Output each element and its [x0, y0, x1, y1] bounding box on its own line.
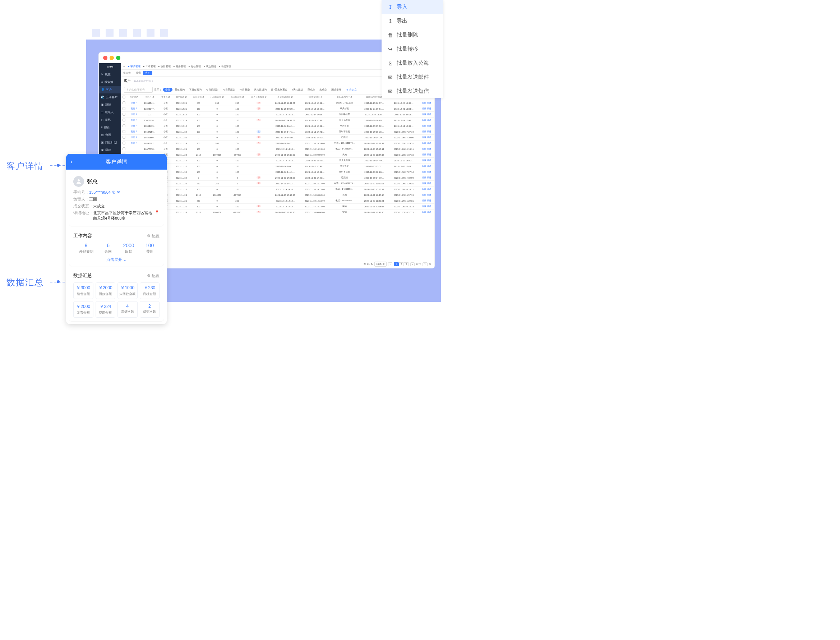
col-header-4[interactable]: 成交状态 ⇵: [173, 94, 190, 100]
edit-link[interactable]: 编辑: [422, 119, 426, 121]
followup-link[interactable]: 跟进: [427, 176, 431, 179]
table-wrap[interactable]: 客户名称手机号 ⇵负责人 ⇵成交状态 ⇵合同金额 ⇵已回款金额 ⇵未回款金额 ⇵…: [121, 94, 434, 260]
work-stat[interactable]: 9外勤签到: [79, 243, 93, 254]
filter-pill-8[interactable]: 7天未跟进: [289, 88, 305, 92]
edit-link[interactable]: 编辑: [422, 194, 426, 196]
followup-link[interactable]: 跟进: [427, 102, 431, 104]
summary-cell[interactable]: 2成交次数: [140, 301, 160, 318]
summary-cell[interactable]: ￥1000未回款金额: [118, 282, 137, 299]
filter-pill-11[interactable]: 测试排序: [329, 88, 343, 92]
customer-name-link[interactable]: 张总: [131, 113, 135, 115]
edit-link[interactable]: 编辑: [422, 102, 426, 104]
summary-cell[interactable]: ￥2000回款金额: [96, 282, 116, 299]
edit-link[interactable]: 编辑: [422, 176, 426, 179]
col-header-1[interactable]: 客户名称: [127, 94, 141, 100]
filter-pill-0[interactable]: 全部: [163, 88, 172, 92]
search-input[interactable]: 客户名称|手机号: [124, 87, 153, 93]
traffic-close[interactable]: [103, 56, 107, 60]
page-next[interactable]: ›: [410, 262, 415, 266]
topnav-item-1[interactable]: ▸ 工单管理: [143, 65, 156, 67]
col-header-9[interactable]: 最后跟进时间 ⇵: [270, 94, 300, 100]
work-config-button[interactable]: ⚙ 配置: [147, 233, 160, 238]
sidebar-item-3[interactable]: 🌊公海客户: [99, 93, 121, 101]
followup-link[interactable]: 跟进: [427, 136, 431, 138]
topnav-item-3[interactable]: ▸ 财务管理: [174, 65, 186, 67]
filter-pill-5[interactable]: 今日新增: [238, 88, 252, 92]
summary-config-button[interactable]: ⚙ 配置: [147, 273, 160, 278]
followup-link[interactable]: 跟进: [427, 119, 431, 121]
customer-name-link[interactable]: 黄总: [131, 107, 135, 110]
followup-link[interactable]: 跟进: [427, 130, 431, 133]
row-checkbox[interactable]: [123, 147, 125, 150]
edit-link[interactable]: 编辑: [422, 211, 426, 213]
row-checkbox[interactable]: [123, 124, 125, 127]
col-header-3[interactable]: 负责人 ⇵: [158, 94, 172, 100]
sidebar-item-5[interactable]: ☰联系人: [99, 109, 121, 116]
sidebar-item-8[interactable]: ▤合同: [99, 131, 121, 139]
edit-link[interactable]: 编辑: [422, 107, 426, 110]
topnav-item-6[interactable]: ▸ 系统管理: [219, 65, 231, 67]
expand-button[interactable]: 点击展开 ⌄: [73, 257, 160, 262]
col-header-0[interactable]: [121, 94, 127, 100]
customer-name-link[interactable]: 李总: [131, 142, 135, 144]
copy-icon[interactable]: ⎘: [136, 130, 137, 133]
row-checkbox[interactable]: [123, 113, 125, 116]
edit-link[interactable]: 编辑: [422, 159, 426, 162]
followup-link[interactable]: 跟进: [427, 205, 431, 207]
filter-pill-9[interactable]: 已成交: [305, 88, 317, 92]
page-subtitle[interactable]: 看不到客户数据？: [134, 80, 154, 82]
col-header-8[interactable]: 是否公海领取 ⇵: [247, 94, 270, 100]
followup-link[interactable]: 跟进: [427, 211, 431, 213]
copy-icon[interactable]: ⎘: [136, 107, 137, 110]
custom-filter-link[interactable]: ⊕ 自定义: [347, 88, 357, 92]
call-icon[interactable]: ✆: [112, 190, 115, 194]
edit-link[interactable]: 编辑: [422, 205, 426, 207]
dropdown-item-5[interactable]: ✉批量发送邮件: [382, 70, 443, 84]
breadcrumb-item[interactable]: 线索: [136, 71, 141, 75]
row-checkbox[interactable]: [123, 101, 125, 104]
traffic-max[interactable]: [116, 56, 120, 60]
breadcrumb-tab-active[interactable]: 客户: [143, 71, 152, 75]
summary-cell[interactable]: ￥2000发票金额: [73, 301, 93, 318]
filter-pill-2[interactable]: 下属负责的: [187, 88, 204, 92]
edit-link[interactable]: 编辑: [422, 154, 426, 155]
edit-link[interactable]: 编辑: [422, 171, 426, 173]
phone-value[interactable]: 135****9564: [89, 190, 111, 194]
customer-name-link[interactable]: 张总: [131, 102, 135, 104]
dropdown-item-6[interactable]: ✉批量发送短信: [382, 84, 443, 98]
page-number-1[interactable]: 1: [394, 262, 399, 266]
topnav-item-5[interactable]: ▸ 商业智能: [204, 65, 216, 67]
copy-icon[interactable]: ⎘: [136, 125, 137, 127]
col-header-6[interactable]: 已回款金额 ⇵: [207, 94, 227, 100]
page-number-3[interactable]: 3: [404, 262, 409, 266]
copy-icon[interactable]: ⎘: [136, 119, 137, 121]
followup-link[interactable]: 跟进: [427, 107, 431, 110]
dropdown-item-4[interactable]: ⎘批量放入公海: [382, 56, 443, 70]
followup-link[interactable]: 跟进: [427, 200, 431, 202]
sidebar-item-10[interactable]: ▣回款: [99, 146, 121, 154]
work-stat[interactable]: 2000回款: [123, 243, 134, 254]
row-checkbox[interactable]: [123, 130, 125, 133]
edit-link[interactable]: 编辑: [422, 136, 426, 138]
edit-link[interactable]: 编辑: [422, 200, 426, 202]
page-prev[interactable]: ‹: [388, 262, 392, 266]
traffic-min[interactable]: [110, 56, 114, 60]
followup-link[interactable]: 跟进: [427, 159, 431, 162]
edit-link[interactable]: 编辑: [422, 188, 426, 190]
followup-link[interactable]: 跟进: [427, 154, 431, 155]
followup-link[interactable]: 跟进: [427, 165, 431, 167]
followup-link[interactable]: 跟进: [427, 142, 431, 144]
sidebar-item-2[interactable]: 👤客户: [99, 86, 121, 93]
summary-cell[interactable]: ￥230商机金额: [140, 282, 160, 299]
filter-pill-4[interactable]: 今日已跟进: [220, 88, 238, 92]
back-icon[interactable]: ‹: [70, 158, 72, 165]
edit-link[interactable]: 编辑: [422, 125, 426, 127]
menu-icon[interactable]: ≡: [123, 65, 125, 67]
row-checkbox[interactable]: [123, 142, 125, 144]
followup-link[interactable]: 跟进: [427, 148, 431, 150]
followup-link[interactable]: 跟进: [427, 113, 431, 115]
col-header-5[interactable]: 合同金额 ⇵: [190, 94, 207, 100]
sms-icon[interactable]: ✉: [117, 190, 120, 194]
sidebar-item-0[interactable]: ✎线索: [99, 71, 121, 78]
copy-icon[interactable]: ⎘: [136, 113, 137, 115]
